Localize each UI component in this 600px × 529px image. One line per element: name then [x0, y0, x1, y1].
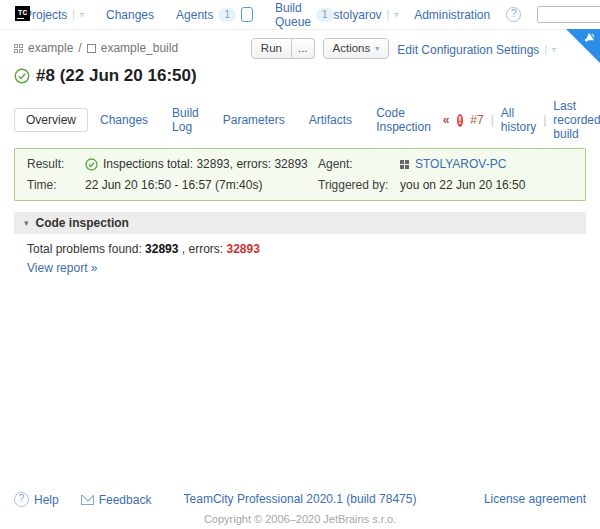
errors-value: 32893	[226, 242, 259, 256]
triggered-by-value: you on 22 Jun 20 16:50	[400, 178, 573, 192]
top-nav-bar: TC Projects | ▿ Changes Agents 1 Build Q…	[0, 0, 600, 30]
nav-build-queue-label: Build Queue	[275, 1, 311, 29]
tabs-row: Overview Changes Build Log Parameters Ar…	[14, 99, 586, 141]
footer-help-link[interactable]: ? Help	[14, 492, 59, 507]
agent-label: Agent:	[318, 157, 400, 171]
previous-builds-icon[interactable]: «	[443, 113, 450, 127]
nav-agents-label: Agents	[176, 8, 213, 22]
result-value[interactable]: Inspections total: 32893, errors: 32893	[103, 157, 308, 171]
last-recorded-build-link[interactable]: Last recorded build	[553, 99, 600, 141]
help-label: Help	[34, 493, 59, 507]
administration-label: Administration	[414, 8, 490, 22]
code-inspection-title: Code inspection	[36, 216, 129, 230]
breadcrumb-project[interactable]: example	[28, 41, 73, 55]
edit-configuration-settings-link[interactable]: Edit Configuration Settings | ▿	[397, 43, 556, 57]
total-problems-value: 32893	[145, 242, 178, 256]
run-options-button[interactable]: ...	[292, 38, 315, 59]
tab-artifacts[interactable]: Artifacts	[297, 108, 364, 132]
breadcrumb-separator: /	[78, 41, 81, 55]
user-menu[interactable]: stolyarov | ▿	[334, 8, 399, 22]
chevron-down-icon[interactable]: ▿	[552, 45, 556, 54]
build-history-shortcuts: « ! #7 | All history | Last recorded bui…	[443, 99, 600, 141]
help-icon: ?	[14, 492, 29, 507]
teamcity-logo-text: TC	[15, 6, 30, 21]
envelope-icon	[81, 495, 94, 505]
windows-os-icon	[400, 160, 409, 169]
nav-build-queue[interactable]: Build Queue 1	[275, 1, 334, 29]
separator: |	[72, 9, 75, 20]
license-agreement-link[interactable]: License agreement	[484, 492, 586, 506]
tab-changes[interactable]: Changes	[88, 108, 160, 132]
result-label: Result:	[27, 157, 85, 171]
tab-build-log[interactable]: Build Log	[160, 101, 211, 139]
agent-value-row: STOLYAROV-PC	[400, 157, 573, 171]
nav-projects-label: Projects	[24, 8, 67, 22]
build-summary-box: Result: Inspections total: 32893, errors…	[14, 148, 586, 201]
problems-summary-line: Total problems found: 32893 , errors: 32…	[27, 242, 586, 256]
footer-left: ? Help Feedback	[14, 492, 151, 507]
build-config-icon	[87, 44, 96, 53]
success-check-icon	[85, 158, 98, 171]
nav-projects[interactable]: Projects | ▿	[24, 8, 84, 22]
run-button[interactable]: Run	[251, 38, 292, 59]
build-title-row: #8 (22 Jun 20 16:50)	[14, 66, 586, 86]
build-title: #8 (22 Jun 20 16:50)	[36, 66, 197, 86]
code-inspection-section-header[interactable]: ▾ Code inspection	[14, 212, 586, 234]
summary-left-column: Result: Inspections total: 32893, errors…	[27, 157, 318, 192]
chevron-down-icon[interactable]: ▿	[80, 10, 84, 19]
separator: |	[491, 113, 494, 127]
separator: |	[543, 113, 546, 127]
agent-status-icon[interactable]	[241, 7, 253, 22]
run-button-group: Run ...	[251, 38, 315, 59]
help-icon[interactable]: ?	[506, 7, 521, 22]
errors-label: , errors:	[182, 242, 223, 256]
time-value: 22 Jun 20 16:50 - 16:57 (7m:40s)	[85, 178, 318, 192]
nav-changes-label: Changes	[106, 8, 154, 22]
user-name: stolyarov	[334, 8, 382, 22]
separator: |	[544, 44, 547, 55]
total-problems-label: Total problems found:	[27, 242, 142, 256]
tab-code-inspection[interactable]: Code Inspection	[364, 101, 443, 139]
main-content: example / example_build Run ... Actions …	[0, 30, 600, 275]
nav-agents[interactable]: Agents 1	[176, 7, 253, 22]
all-history-link[interactable]: All history	[501, 106, 536, 134]
view-report-link[interactable]: View report »	[27, 261, 97, 275]
copyright-text: Copyright © 2006–2020 JetBrains s.r.o.	[184, 513, 417, 525]
failed-build-icon: !	[457, 114, 464, 127]
summary-right-column: Agent: STOLYAROV-PC Triggered by: you on…	[318, 157, 573, 192]
chevron-down-icon[interactable]: ▿	[394, 10, 398, 19]
version-link[interactable]: TeamCity Professional 2020.1 (build 7847…	[184, 492, 417, 506]
time-label: Time:	[27, 178, 85, 192]
edit-settings-label: Edit Configuration Settings	[397, 43, 539, 57]
agent-link[interactable]: STOLYAROV-PC	[415, 157, 506, 171]
search-input[interactable]	[541, 9, 600, 21]
toolbar-actions: Run ... Actions ▾ Edit Configuration Set…	[251, 38, 586, 59]
header-right: stolyarov | ▿ Administration ?	[334, 6, 600, 23]
toolbar-row: example / example_build Run ... Actions …	[14, 38, 586, 59]
tab-parameters[interactable]: Parameters	[211, 108, 297, 132]
separator: |	[387, 9, 390, 20]
build-queue-count-badge: 1	[316, 8, 334, 22]
nav-administration[interactable]: Administration	[414, 8, 490, 22]
footer: ? Help Feedback TeamCity Professional 20…	[0, 483, 600, 529]
breadcrumb: example / example_build	[14, 41, 178, 55]
previous-build-link[interactable]: #7	[470, 113, 483, 127]
project-icon	[14, 44, 23, 53]
main-nav: Projects | ▿ Changes Agents 1 Build Queu…	[24, 1, 334, 29]
actions-button[interactable]: Actions ▾	[323, 38, 390, 59]
agents-count-badge: 1	[218, 8, 236, 22]
search-box[interactable]	[537, 6, 600, 23]
footer-feedback-link[interactable]: Feedback	[81, 493, 152, 507]
result-value-row: Inspections total: 32893, errors: 32893	[85, 157, 318, 171]
success-check-icon	[14, 68, 30, 84]
code-inspection-body: Total problems found: 32893 , errors: 32…	[14, 234, 586, 275]
chevron-down-icon: ▾	[375, 41, 379, 56]
collapse-icon[interactable]: ▾	[24, 218, 29, 228]
megaphone-icon[interactable]	[583, 32, 596, 45]
tab-overview[interactable]: Overview	[14, 108, 88, 132]
feedback-label: Feedback	[99, 493, 152, 507]
footer-center: TeamCity Professional 2020.1 (build 7847…	[184, 492, 417, 525]
breadcrumb-build-config[interactable]: example_build	[101, 41, 178, 55]
nav-changes[interactable]: Changes	[106, 8, 154, 22]
teamcity-build-page: TC Projects | ▿ Changes Agents 1 Build Q…	[0, 0, 600, 529]
